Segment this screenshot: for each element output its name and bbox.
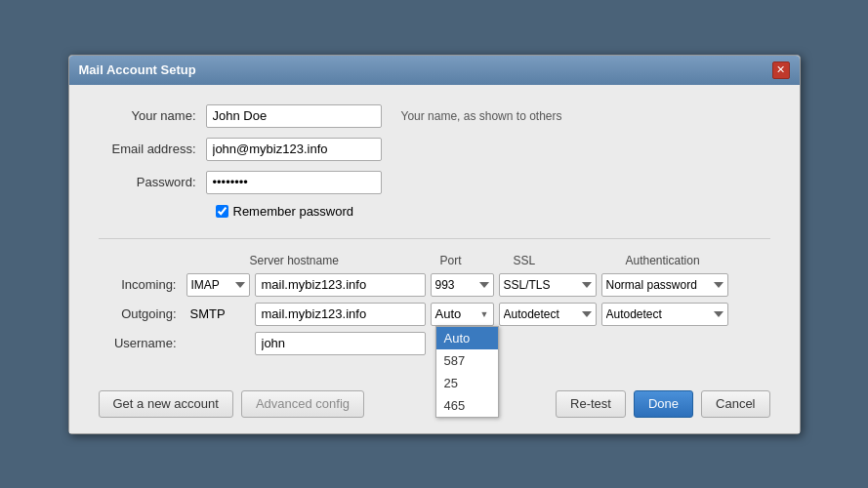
password-row: Password: <box>99 171 770 194</box>
footer-right-buttons: Re-test Done Cancel <box>556 390 769 418</box>
incoming-label: Incoming: <box>99 277 186 292</box>
remember-password-checkbox[interactable] <box>216 205 228 218</box>
server-section: Server hostname Port SSL Authentication … <box>99 238 770 355</box>
dialog-footer: Get a new account Advanced config Re-tes… <box>69 381 800 433</box>
new-account-button[interactable]: Get a new account <box>99 390 233 418</box>
mail-account-setup-dialog: Mail Account Setup ✕ Your name: Your nam… <box>68 55 801 434</box>
email-label: Email address: <box>99 142 206 156</box>
port-option-465[interactable]: 465 <box>436 394 498 417</box>
password-input[interactable] <box>206 171 382 194</box>
port-option-auto[interactable]: Auto <box>436 327 498 349</box>
remember-password-row: Remember password <box>216 204 770 219</box>
username-row: Username: <box>99 332 770 355</box>
outgoing-hostname-input[interactable] <box>255 303 426 326</box>
incoming-port-select[interactable]: 993 143 <box>431 273 494 297</box>
outgoing-port-dropdown-wrapper: Auto ▼ Auto 587 25 465 <box>426 303 494 326</box>
dialog-titlebar: Mail Account Setup ✕ <box>69 56 800 85</box>
username-input[interactable] <box>255 332 426 355</box>
incoming-hostname-input[interactable] <box>255 273 426 297</box>
footer-left-buttons: Get a new account Advanced config <box>99 390 365 418</box>
port-option-587[interactable]: 587 <box>436 349 498 372</box>
server-header: Server hostname Port SSL Authentication <box>186 254 770 267</box>
remember-password-label[interactable]: Remember password <box>233 204 354 219</box>
auth-col-header: Authentication <box>626 254 700 267</box>
basic-info-section: Your name: Your name, as shown to others… <box>99 104 770 219</box>
outgoing-ssl-select[interactable]: Autodetect SSL/TLS STARTTLS None <box>499 303 597 326</box>
outgoing-port-arrow: ▼ <box>480 309 489 319</box>
outgoing-server-row: Outgoing: SMTP Auto ▼ Auto 587 <box>99 303 770 326</box>
port-col-header: Port <box>440 254 514 267</box>
port-dropdown-menu: Auto 587 25 465 <box>435 326 499 418</box>
port-option-25[interactable]: 25 <box>436 372 498 394</box>
incoming-protocol-select[interactable]: IMAP POP3 <box>186 273 250 297</box>
incoming-auth-select[interactable]: Normal password Encrypted password OAuth… <box>601 273 728 297</box>
your-name-input[interactable] <box>206 104 382 128</box>
cancel-button[interactable]: Cancel <box>701 390 769 418</box>
ssl-col-header: SSL <box>514 254 626 267</box>
advanced-config-button[interactable]: Advanced config <box>241 390 364 418</box>
outgoing-protocol-label: SMTP <box>186 306 250 321</box>
password-label: Password: <box>99 175 206 189</box>
dialog-title: Mail Account Setup <box>79 62 196 77</box>
your-name-label: Your name: <box>99 108 206 123</box>
your-name-row: Your name: Your name, as shown to others <box>99 104 770 128</box>
outgoing-port-value: Auto <box>435 306 462 321</box>
username-label: Username: <box>99 336 186 350</box>
your-name-hint: Your name, as shown to others <box>401 109 562 123</box>
hostname-col-header: Server hostname <box>250 254 440 267</box>
outgoing-auth-select[interactable]: Autodetect Normal password Encrypted pas… <box>601 303 728 326</box>
retest-button[interactable]: Re-test <box>556 390 626 418</box>
email-row: Email address: <box>99 138 770 161</box>
close-button[interactable]: ✕ <box>772 61 790 79</box>
done-button[interactable]: Done <box>634 390 693 418</box>
email-input[interactable] <box>206 138 382 161</box>
incoming-ssl-select[interactable]: SSL/TLS STARTTLS None <box>499 273 597 297</box>
outgoing-label: Outgoing: <box>99 306 186 321</box>
incoming-server-row: Incoming: IMAP POP3 993 143 SSL/TLS STAR… <box>99 273 770 297</box>
dialog-body: Your name: Your name, as shown to others… <box>69 85 800 381</box>
outgoing-port-select[interactable]: Auto ▼ <box>431 303 494 326</box>
